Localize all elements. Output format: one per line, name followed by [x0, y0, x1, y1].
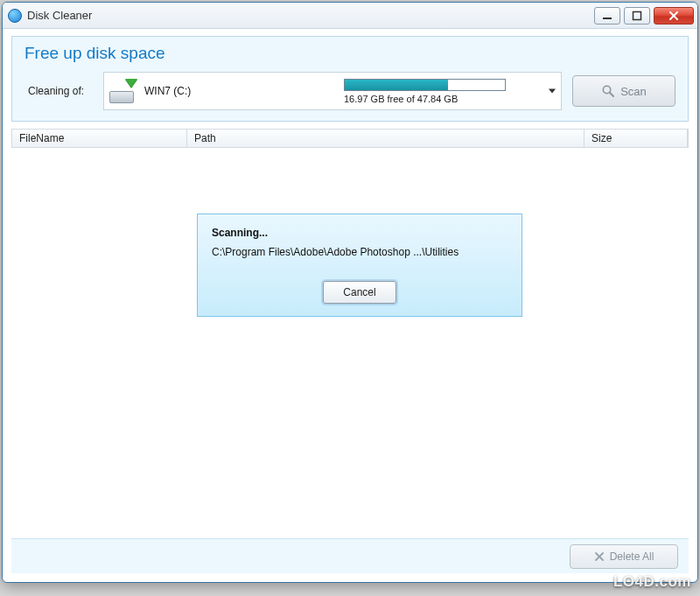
drive-dropdown[interactable]: WIN7 (C:) 16.97 GB free of 47.84 GB — [103, 72, 562, 110]
close-icon — [668, 11, 679, 21]
app-window: Disk Cleaner Free up disk space Cleaning… — [2, 2, 698, 583]
search-icon — [601, 84, 615, 98]
usage-text: 16.97 GB free of 47.84 GB — [344, 94, 458, 104]
header-panel: Free up disk space Cleaning of: WIN7 (C:… — [11, 36, 689, 122]
scan-button-label: Scan — [620, 85, 647, 98]
cancel-button-label: Cancel — [343, 286, 375, 298]
chevron-down-icon — [549, 89, 556, 94]
scanning-path: C:\Program Files\Adobe\Adobe Photoshop .… — [212, 246, 508, 258]
column-filename[interactable]: FileName — [12, 130, 187, 147]
minimize-button[interactable] — [594, 7, 620, 25]
column-size[interactable]: Size — [584, 130, 688, 147]
window-title: Disk Cleaner — [27, 9, 92, 22]
table-header: FileName Path Size — [11, 129, 689, 148]
column-path[interactable]: Path — [187, 130, 584, 147]
cancel-button[interactable]: Cancel — [323, 281, 396, 304]
drive-row: Cleaning of: WIN7 (C:) 16.97 GB free of … — [24, 72, 676, 110]
table-body: Scanning... C:\Program Files\Adobe\Adobe… — [11, 148, 689, 538]
footer-bar: Delete All — [11, 538, 689, 573]
page-title: Free up disk space — [24, 44, 676, 63]
maximize-icon — [632, 11, 642, 21]
x-icon — [594, 551, 605, 562]
app-icon — [8, 9, 22, 23]
cleaning-label: Cleaning of: — [24, 85, 93, 97]
drive-name: WIN7 (C:) — [144, 85, 284, 97]
scan-button[interactable]: Scan — [572, 75, 676, 107]
drive-usage: 16.97 GB free of 47.84 GB — [344, 79, 554, 104]
scanning-title: Scanning... — [212, 227, 508, 239]
maximize-button[interactable] — [624, 7, 650, 25]
delete-all-label: Delete All — [610, 550, 654, 563]
usage-fill — [345, 80, 448, 90]
usage-bar — [344, 79, 506, 91]
svg-rect-0 — [603, 18, 612, 19]
minimize-icon — [602, 11, 612, 21]
close-button[interactable] — [654, 7, 694, 25]
svg-line-3 — [610, 93, 613, 96]
svg-rect-1 — [634, 11, 641, 19]
titlebar[interactable]: Disk Cleaner — [3, 3, 697, 29]
results-table: FileName Path Size Scanning... C:\Progra… — [11, 129, 689, 538]
drive-icon — [109, 79, 137, 103]
scanning-dialog: Scanning... C:\Program Files\Adobe\Adobe… — [197, 214, 522, 317]
delete-all-button[interactable]: Delete All — [570, 544, 678, 569]
watermark: LO4D.com — [613, 573, 691, 591]
content-area: Free up disk space Cleaning of: WIN7 (C:… — [3, 29, 697, 582]
